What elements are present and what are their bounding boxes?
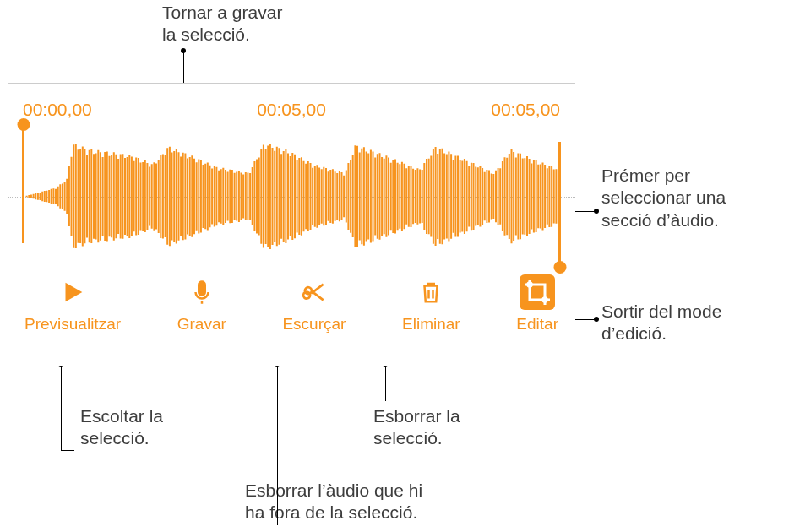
edit-button[interactable]: Editar (516, 274, 558, 334)
callout-exit-edit: Sortir del mode d’edició. (601, 301, 721, 345)
trash-icon (413, 274, 449, 310)
callout-record: Tornar a gravar la selecció. (162, 2, 282, 46)
toolbar: Previsualitzar Gravar Escurçar Eliminar (8, 258, 575, 344)
svg-point-1 (541, 296, 548, 303)
preview-label: Previsualitzar (24, 315, 121, 334)
selection-handle-start-knob[interactable] (17, 118, 30, 131)
waveform[interactable] (8, 135, 575, 258)
microphone-icon (184, 274, 220, 310)
time-start: 00:00,00 (23, 100, 92, 120)
callout-trim: Esborrar l’àudio que hi ha fora de la se… (245, 480, 422, 524)
callout-preview: Escoltar la selecció. (80, 405, 163, 450)
selection-handle-end[interactable] (558, 142, 561, 267)
crop-icon (520, 274, 555, 310)
trim-label: Escurçar (282, 315, 346, 334)
svg-point-0 (526, 281, 533, 288)
waveform-svg (8, 135, 575, 258)
time-middle: 00:05,00 (257, 100, 326, 120)
selection-handle-start[interactable] (22, 125, 24, 243)
timeline: 00:00,00 00:05,00 00:05,00 (8, 84, 575, 135)
preview-button[interactable]: Previsualitzar (24, 274, 121, 334)
scissors-icon (297, 274, 332, 310)
edit-label: Editar (516, 315, 558, 334)
leader-preview (61, 365, 62, 451)
callout-delete: Esborrar la selecció. (373, 405, 460, 450)
record-button[interactable]: Gravar (177, 274, 226, 334)
leader-dot (181, 48, 186, 53)
leader-delete (385, 365, 386, 401)
delete-button[interactable]: Eliminar (402, 274, 460, 334)
record-label: Gravar (177, 315, 226, 334)
callout-handle: Prémer per seleccionar una secció d’àudi… (601, 165, 726, 231)
play-icon (55, 274, 90, 310)
audio-editor-panel: 00:00,00 00:05,00 00:05,00 Previsualitza… (8, 83, 575, 366)
time-end: 00:05,00 (491, 100, 560, 120)
trim-button[interactable]: Escurçar (282, 274, 346, 334)
leader-preview-h (61, 450, 74, 451)
leader-dot (594, 317, 599, 322)
leader-dot (594, 209, 599, 214)
delete-label: Eliminar (402, 315, 460, 334)
